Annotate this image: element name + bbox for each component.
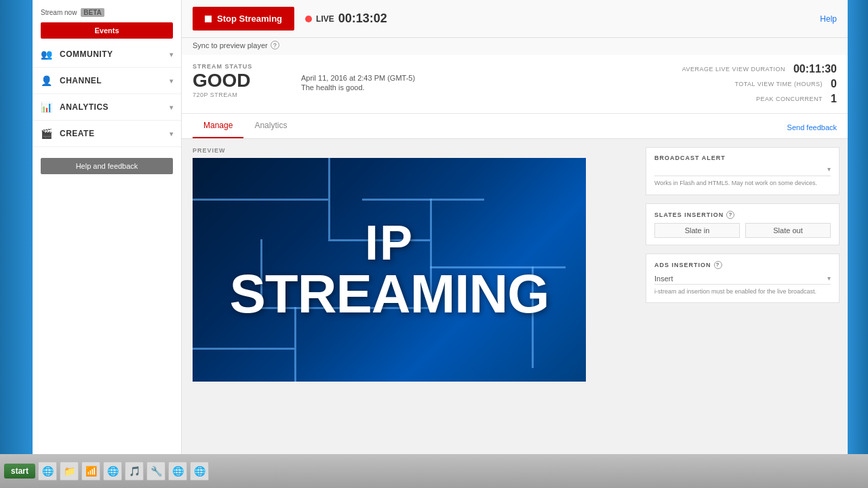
stream-status-value: GOOD bbox=[193, 71, 288, 90]
tab-manage[interactable]: Manage bbox=[193, 114, 243, 138]
nav-item-left-channel: 👤 CHANNEL bbox=[41, 75, 102, 87]
sync-preview-row: Sync to preview player ? bbox=[182, 38, 848, 55]
stream-status-block: STREAM STATUS GOOD 720P STREAM bbox=[193, 63, 288, 98]
right-panel: BROADCAST ALERT ▾ Works in Flash and HTM… bbox=[637, 139, 848, 454]
send-feedback-link[interactable]: Send feedback bbox=[787, 117, 837, 138]
broadcast-alert-note: Works in Flash and HTML5. May not work o… bbox=[654, 179, 831, 188]
live-label: LIVE bbox=[316, 14, 334, 24]
channel-label: CHANNEL bbox=[60, 76, 102, 85]
stream-date: April 11, 2016 at 2:43 PM (GMT-5) bbox=[301, 74, 669, 82]
ads-select-row: Insert ▾ bbox=[654, 273, 831, 285]
channel-chevron: ▾ bbox=[170, 77, 174, 85]
preview-label: PREVIEW bbox=[193, 147, 637, 154]
analytics-icon: 📊 bbox=[41, 101, 53, 113]
ads-note: i-stream ad insertion must be enabled fo… bbox=[654, 287, 831, 296]
main-screen: Stream now BETA Events 👥 COMMUNITY ▾ 👤 C… bbox=[33, 0, 848, 454]
create-chevron: ▾ bbox=[170, 130, 174, 138]
sidebar: Stream now BETA Events 👥 COMMUNITY ▾ 👤 C… bbox=[33, 0, 182, 454]
total-view-time-row: TOTAL VIEW TIME (HOURS) 0 bbox=[734, 78, 837, 90]
events-button[interactable]: Events bbox=[41, 22, 173, 39]
status-row: STREAM STATUS GOOD 720P STREAM April 11,… bbox=[182, 55, 848, 114]
screen-wrapper: Stream now BETA Events 👥 COMMUNITY ▾ 👤 C… bbox=[0, 0, 868, 488]
taskbar-icon-1[interactable]: 📁 bbox=[60, 462, 79, 481]
avg-view-duration-value: 00:11:30 bbox=[793, 63, 837, 75]
peak-concurrent-value: 1 bbox=[831, 93, 837, 105]
create-label: CREATE bbox=[60, 129, 94, 138]
nav-item-left-community: 👥 COMMUNITY bbox=[41, 48, 113, 60]
taskbar-icon-0[interactable]: 🌐 bbox=[38, 462, 57, 481]
ads-question-icon[interactable]: ? bbox=[714, 261, 722, 269]
preview-video: IP STREAMING bbox=[193, 158, 586, 382]
beta-badge: BETA bbox=[81, 8, 104, 17]
broadcast-alert-row: ▾ bbox=[654, 165, 831, 176]
overlay-streaming-text: STREAMING bbox=[230, 267, 549, 321]
taskbar-icon-7[interactable]: 🌐 bbox=[190, 462, 209, 481]
help-feedback-button[interactable]: Help and feedback bbox=[41, 158, 173, 174]
overlay-ip-text: IP bbox=[365, 218, 414, 267]
stop-streaming-label: Stop Streaming bbox=[217, 14, 282, 24]
slates-insertion-title: SLATES INSERTION ? bbox=[654, 211, 831, 219]
slate-in-button[interactable]: Slate in bbox=[654, 223, 740, 238]
stream-health: The health is good. bbox=[301, 83, 669, 92]
sync-preview-label: Sync to preview player bbox=[193, 41, 268, 49]
live-timer: 00:13:02 bbox=[338, 12, 387, 26]
sync-question-icon[interactable]: ? bbox=[271, 41, 279, 49]
sidebar-item-community[interactable]: 👥 COMMUNITY ▾ bbox=[33, 41, 181, 68]
preview-section: PREVIEW bbox=[182, 139, 637, 454]
create-icon: 🎬 bbox=[41, 127, 53, 140]
channel-icon: 👤 bbox=[41, 75, 53, 87]
content-area: Stop Streaming LIVE 00:13:02 Help Sync t… bbox=[182, 0, 848, 454]
overlay-text: IP STREAMING bbox=[193, 158, 586, 382]
sidebar-item-create[interactable]: 🎬 CREATE ▾ bbox=[33, 121, 181, 147]
live-indicator: LIVE 00:13:02 bbox=[305, 12, 387, 26]
community-chevron: ▾ bbox=[170, 51, 174, 58]
broadcast-alert-chevron[interactable]: ▾ bbox=[827, 165, 831, 173]
avg-view-duration-row: AVERAGE LIVE VIEW DURATION 00:11:30 bbox=[682, 63, 837, 75]
peak-concurrent-row: PEAK CONCURRENT 1 bbox=[756, 93, 837, 105]
nav-item-left-analytics: 📊 ANALYTICS bbox=[41, 101, 108, 113]
tab-analytics[interactable]: Analytics bbox=[243, 114, 298, 138]
stop-icon bbox=[205, 16, 212, 22]
start-button[interactable]: start bbox=[4, 464, 35, 479]
lower-section: PREVIEW bbox=[182, 139, 848, 454]
sidebar-item-channel[interactable]: 👤 CHANNEL ▾ bbox=[33, 68, 181, 94]
ads-insertion-label: ADS INSERTION bbox=[654, 262, 711, 268]
taskbar-icon-3[interactable]: 🌐 bbox=[103, 462, 122, 481]
monitor-left-bar bbox=[0, 0, 33, 488]
broadcast-alert-label: BROADCAST ALERT bbox=[654, 155, 726, 161]
stream-now-bar: Stream now BETA bbox=[33, 5, 181, 20]
slates-insertion-section: SLATES INSERTION ? Slate in Slate out bbox=[646, 203, 840, 245]
tabs-row: Manage Analytics Send feedback bbox=[182, 114, 848, 139]
tab-manage-label: Manage bbox=[203, 121, 233, 130]
stream-quality: 720P STREAM bbox=[193, 92, 288, 98]
stream-info-block: April 11, 2016 at 2:43 PM (GMT-5) The he… bbox=[301, 63, 669, 92]
stats-block: AVERAGE LIVE VIEW DURATION 00:11:30 TOTA… bbox=[682, 63, 837, 105]
start-label: start bbox=[11, 466, 28, 476]
taskbar-icon-6[interactable]: 🌐 bbox=[168, 462, 187, 481]
sidebar-item-analytics[interactable]: 📊 ANALYTICS ▾ bbox=[33, 94, 181, 121]
total-view-time-label: TOTAL VIEW TIME (HOURS) bbox=[734, 81, 823, 87]
ads-insertion-title: ADS INSERTION ? bbox=[654, 261, 831, 269]
ads-chevron[interactable]: ▾ bbox=[827, 274, 831, 282]
ads-insertion-section: ADS INSERTION ? Insert ▾ i-stream ad ins… bbox=[646, 253, 840, 304]
help-link[interactable]: Help bbox=[820, 14, 837, 24]
live-dot bbox=[305, 16, 312, 22]
broadcast-alert-section: BROADCAST ALERT ▾ Works in Flash and HTM… bbox=[646, 147, 840, 195]
slates-question-icon[interactable]: ? bbox=[726, 211, 734, 219]
tab-analytics-label: Analytics bbox=[254, 121, 287, 130]
taskbar-icon-4[interactable]: 🎵 bbox=[125, 462, 144, 481]
community-icon: 👥 bbox=[41, 48, 53, 60]
avg-view-duration-label: AVERAGE LIVE VIEW DURATION bbox=[682, 66, 785, 73]
stop-streaming-button[interactable]: Stop Streaming bbox=[193, 7, 294, 30]
monitor-right-bar bbox=[848, 0, 868, 488]
taskbar-icon-5[interactable]: 🔧 bbox=[146, 462, 165, 481]
analytics-label: ANALYTICS bbox=[60, 102, 108, 112]
slate-out-button[interactable]: Slate out bbox=[745, 223, 831, 238]
community-label: COMMUNITY bbox=[60, 49, 113, 59]
stream-now-label: Stream now bbox=[41, 9, 77, 16]
peak-concurrent-label: PEAK CONCURRENT bbox=[756, 96, 823, 102]
top-toolbar: Stop Streaming LIVE 00:13:02 Help bbox=[182, 0, 848, 38]
slates-row: Slate in Slate out bbox=[654, 223, 831, 238]
taskbar-icon-2[interactable]: 📶 bbox=[81, 462, 100, 481]
analytics-chevron: ▾ bbox=[170, 104, 174, 111]
